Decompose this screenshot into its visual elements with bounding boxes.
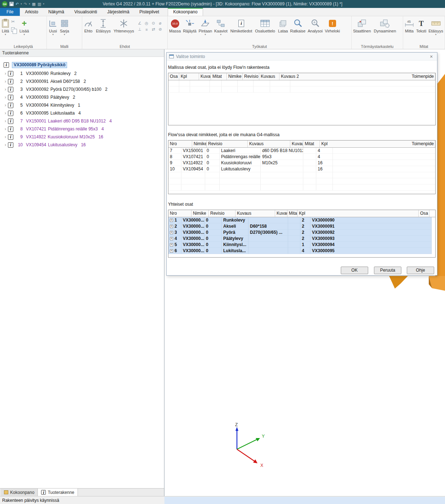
ribbon-tab[interactable]: Näkymä	[43, 8, 69, 16]
expand-chevron-icon[interactable]	[3, 79, 8, 84]
item-data-button[interactable]: i Nimiketiedot	[230, 17, 252, 33]
item-info-icon[interactable]	[8, 142, 13, 148]
ribbon-tab[interactable]: Pistepilvet	[135, 8, 164, 16]
constraint-icon[interactable]: ⌀	[157, 20, 164, 26]
table-row[interactable]: 3 VX30000... 0 Pyörä D270(/300/65) ... 2…	[168, 229, 435, 236]
item-info-icon[interactable]	[8, 134, 13, 140]
table-row[interactable]: 4 VX30000... 0 Päätylevy 2 VX3000093	[168, 236, 435, 242]
to-surface-button[interactable]: Pintaan ▾	[199, 17, 212, 36]
expand-chevron-icon[interactable]	[3, 111, 8, 116]
tree-item[interactable]: 2 VX3000091 Akseli D60*158 2	[0, 77, 164, 85]
constraint-icon[interactable]: ⊥	[136, 26, 143, 32]
dimension-button[interactable]: 45 Mitta	[405, 17, 414, 33]
expand-plus-icon[interactable]	[170, 243, 173, 246]
save-icon[interactable]	[9, 2, 14, 6]
expand-chevron-icon[interactable]	[3, 142, 8, 147]
titlebar[interactable]: G4 ↶ ▾ ↷ ▾ ▦ ▥ ▾ Vertex G4 2022 / 28.0.1…	[0, 0, 445, 8]
tree-item[interactable]: 8 VX107421 Pidätinrengas reiälle 95x3 4	[0, 125, 164, 133]
analyze-button[interactable]: Analysoi	[308, 17, 323, 33]
redo-icon[interactable]: ↷	[24, 2, 27, 6]
tree-item[interactable]: 7 VX150001 Laakeri d60 D95 B18 NU1012 4	[0, 117, 164, 125]
expand-chevron-icon[interactable]	[3, 87, 8, 92]
tab-tuoterakenne[interactable]: Tuoterakenne	[38, 489, 78, 496]
item-info-icon[interactable]	[4, 62, 9, 68]
quick-access-dropdown-icon[interactable]: ▾	[43, 3, 44, 5]
undo-dropdown-icon[interactable]: ▾	[21, 3, 22, 5]
constraint-icon[interactable]: ⊘	[157, 26, 164, 32]
explode-button[interactable]: Räjäytä	[183, 17, 196, 33]
table-row[interactable]: 8 VX107421 0 Pidätinrengas reiälle 95x3 …	[168, 154, 435, 160]
table-row[interactable]: 1 VX30000... 0 Runkolevy 2 VX3000090	[168, 217, 435, 223]
coincidence-constraint-button[interactable]: Yhtenevyys	[114, 17, 134, 33]
tab-kokoonpano[interactable]: Kokoonpano	[1, 489, 38, 496]
tree-item[interactable]: 5 VX3000094 Kiinnityslevy 1	[0, 101, 164, 109]
constraint-icon[interactable]: ⊙	[150, 20, 157, 26]
tree-item[interactable]: 3 VX3000092 Pyörä D270(/300/65) b100 2	[0, 85, 164, 93]
expand-plus-icon[interactable]	[170, 237, 173, 240]
expand-plus-icon[interactable]	[170, 231, 173, 234]
tree-item[interactable]: 6 VX3000095 Lukituslaatta 4	[0, 109, 164, 117]
item-info-icon[interactable]	[8, 119, 13, 124]
window-grid-icon[interactable]: ▦	[32, 2, 35, 6]
table-row[interactable]: 9 VX114922 0 Kuusiokoloruuvi M10x25 16	[168, 160, 435, 166]
paste-button[interactable]: Liitä ▾	[1, 17, 9, 36]
mass-button[interactable]: 10,0 Massa	[169, 17, 181, 33]
text-button[interactable]: T Teksti	[416, 17, 426, 33]
expand-chevron-icon[interactable]	[3, 134, 8, 139]
series-button[interactable]: Sarja ▾	[60, 17, 69, 36]
new-component-button[interactable]: Uusi ▾	[48, 17, 58, 36]
item-info-icon[interactable]	[8, 111, 13, 116]
expand-plus-icon[interactable]	[170, 225, 173, 228]
cancel-button[interactable]: Peruuta	[374, 267, 401, 274]
ribbon-tab[interactable]: Kokoonpano	[168, 8, 203, 16]
table-row[interactable]: 5 VX30000... 0 Kiinnitysl... 1 VX3000094	[168, 242, 435, 248]
table-body[interactable]: 7 VX150001 0 Laakeri d60 D95 B18 NU1012 …	[168, 148, 435, 194]
item-info-icon[interactable]	[8, 126, 13, 132]
tree-root-label[interactable]: VX3000089 Pyöräyksikkö	[12, 62, 67, 68]
table-body[interactable]: 1 VX30000... 0 Runkolevy 2 VX3000090 2	[168, 217, 435, 257]
dynamic-collision-button[interactable]: Dynaaminen	[374, 17, 396, 33]
static-collision-button[interactable]: Staattinen	[353, 17, 371, 33]
close-icon[interactable]: ×	[428, 54, 435, 59]
undo-icon[interactable]: ↶	[16, 2, 19, 6]
constraint-icon[interactable]: ◎	[143, 20, 150, 26]
window-layout-icon[interactable]: ▥	[38, 2, 41, 6]
constraint-button[interactable]: Ehto	[84, 17, 93, 33]
expand-plus-icon[interactable]	[170, 249, 173, 253]
error-log-button[interactable]: ! Virheloki	[325, 17, 340, 33]
tree-root-item[interactable]: VX3000089 Pyöräyksikkö	[4, 61, 164, 68]
item-info-icon[interactable]	[8, 103, 13, 108]
constraint-icon[interactable]: ≡	[143, 26, 150, 32]
expand-plus-icon[interactable]	[170, 219, 173, 222]
load-button[interactable]: Lataa	[278, 17, 288, 33]
constraint-icon[interactable]: ∠	[136, 20, 143, 26]
table-row[interactable]: 7 VX150001 0 Laakeri d60 D95 B18 NU1012 …	[168, 148, 435, 154]
table-row[interactable]: 2 VX30000... 0 Akseli D60*158 2 VX300009…	[168, 223, 435, 229]
diagrams-button[interactable]: Kaaviot ▾	[214, 17, 228, 36]
add-button[interactable]: + Lisää ▾	[19, 17, 29, 36]
dialog-titlebar[interactable]: Valitse toiminto ×	[167, 53, 437, 61]
tree-item[interactable]: 1 VX3000090 Runkolevy 2	[0, 70, 164, 77]
help-button[interactable]: Ohje	[407, 267, 434, 274]
redo-dropdown-icon[interactable]: ▾	[29, 3, 30, 5]
item-info-icon[interactable]	[8, 95, 13, 100]
ok-button[interactable]: OK	[341, 267, 368, 274]
table-body[interactable]	[168, 80, 435, 125]
copy-icon[interactable]	[10, 27, 16, 32]
expand-chevron-icon[interactable]	[3, 71, 8, 76]
distance-constraint-button[interactable]: Etäisyys	[96, 17, 111, 33]
expand-chevron-icon[interactable]	[3, 95, 8, 100]
ribbon-tab[interactable]: Visualisointi	[69, 8, 102, 16]
table-row[interactable]: 6 VX30000... 0 Lukitusla... 4 VX3000095	[168, 248, 435, 254]
3d-viewport[interactable]: Z Y X Valitse toiminto × Mallissa olevat…	[164, 49, 445, 496]
constraint-icon[interactable]: ⇄	[150, 26, 157, 32]
tree-item[interactable]: 10 VX109454 Lukitusaluslevy 16	[0, 141, 164, 149]
expand-chevron-icon[interactable]	[3, 119, 8, 124]
part-list-button[interactable]: Osaluettelo	[255, 17, 275, 33]
solve-button[interactable]: Ratkaise	[290, 17, 305, 33]
expand-chevron-icon[interactable]	[3, 103, 8, 108]
ribbon-tab[interactable]: File	[0, 8, 20, 16]
cut-icon[interactable]: ✂	[10, 19, 16, 24]
tree-item[interactable]: 4 VX3000093 Päätylevy 2	[0, 93, 164, 101]
item-info-icon[interactable]	[8, 79, 13, 84]
